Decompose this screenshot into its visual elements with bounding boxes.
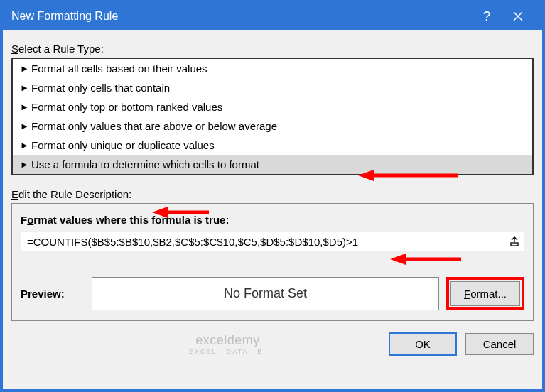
collapse-dialog-icon[interactable]: [504, 232, 524, 251]
rule-type-item[interactable]: ►Format only cells that contain: [13, 78, 532, 97]
edit-rule-description-label: Edit the Rule Description:: [11, 188, 534, 200]
formula-label: Format values where this formula is true…: [21, 214, 524, 226]
preview-box: No Format Set: [92, 277, 439, 310]
rule-type-item[interactable]: ►Format all cells based on their values: [13, 59, 532, 78]
preview-label: Preview:: [21, 288, 85, 300]
formula-input[interactable]: [21, 232, 504, 251]
formula-row: [21, 232, 524, 251]
arrow-icon: ►: [20, 63, 27, 74]
select-rule-type-label: Select a Rule Type:: [11, 43, 534, 55]
arrow-icon: ►: [20, 102, 27, 112]
close-icon[interactable]: [502, 3, 534, 30]
dialog-title: New Formatting Rule: [11, 10, 471, 23]
preview-row: Preview: No Format Set Format...: [21, 277, 524, 310]
rule-type-item[interactable]: ►Format only unique or duplicate values: [13, 136, 532, 155]
dialog-content: Select a Rule Type: ►Format all cells ba…: [3, 30, 542, 389]
format-button[interactable]: Format...: [450, 281, 520, 306]
format-button-highlight: Format...: [446, 277, 524, 310]
rule-type-item[interactable]: ►Format only values that are above or be…: [13, 116, 532, 136]
arrow-icon: ►: [20, 159, 27, 170]
rule-type-item[interactable]: ►Format only top or bottom ranked values: [13, 97, 532, 116]
arrow-icon: ►: [20, 121, 27, 131]
arrow-icon: ►: [20, 140, 27, 151]
dialog-footer: exceldemy EXCEL · DATA · BI OK Cancel: [11, 332, 534, 356]
arrow-icon: ►: [20, 82, 27, 93]
cancel-button[interactable]: Cancel: [465, 333, 534, 355]
rule-description-panel: Format values where this formula is true…: [11, 203, 534, 321]
svg-rect-2: [511, 243, 518, 246]
ok-button[interactable]: OK: [389, 332, 457, 356]
watermark: exceldemy EXCEL · DATA · BI: [189, 333, 266, 355]
rule-type-list: ►Format all cells based on their values …: [11, 58, 534, 175]
help-icon[interactable]: ?: [471, 3, 502, 30]
titlebar: New Formatting Rule ?: [3, 3, 542, 30]
rule-type-item-selected[interactable]: ►Use a formula to determine which cells …: [13, 155, 532, 174]
